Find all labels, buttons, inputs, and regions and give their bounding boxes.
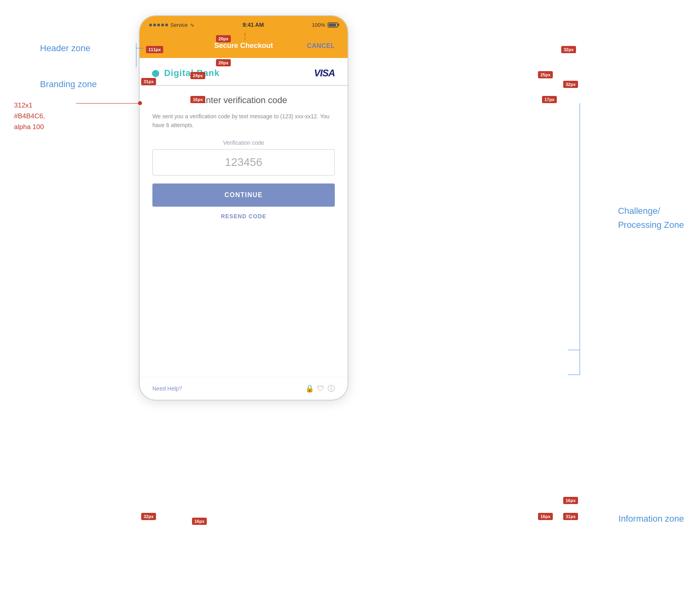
signal-dot-3 (157, 24, 160, 26)
right-bracket-bottom (568, 375, 580, 375)
header-zone: Secure Checkout CANCEL (140, 34, 348, 58)
annotation-challenge-zone: Challenge/ Processing Zone (618, 204, 684, 232)
dim-visa-bottom: 17px (542, 96, 557, 103)
signal-dot-2 (153, 24, 156, 26)
challenge-title: Enter verification code (200, 95, 287, 106)
red-measurement-line (76, 103, 140, 104)
bank-logo-icon (152, 70, 159, 77)
branding-zone: Digital Bank VISA (140, 58, 348, 86)
dim-visa-top: 25px (538, 71, 553, 78)
service-label: Service (170, 22, 188, 28)
divider-color: #B4B4C6, (14, 111, 45, 122)
challenge-zone: Enter verification code We sent you a ve… (140, 86, 348, 377)
dim-header-top: 20px (216, 35, 231, 42)
continue-button[interactable]: CONTINUE (152, 183, 335, 207)
signal-dot-5 (165, 24, 168, 26)
annotation-branding-zone: Branding zone (40, 79, 97, 90)
dim-brand-left: 31px (141, 78, 156, 85)
dim-info-right: 31px (563, 513, 578, 520)
shield-icon: 🛡 (317, 385, 324, 393)
signal-dot-1 (149, 24, 152, 26)
dim-info-top-right: 16px (563, 497, 578, 504)
signal-dots (149, 24, 168, 26)
input-label: Verification code (152, 140, 335, 146)
right-bracket-line (580, 103, 580, 375)
need-help-link[interactable]: Need Help? (152, 385, 182, 392)
red-dot (138, 101, 142, 105)
dim-info-bottom-center: 16px (192, 518, 207, 525)
header-title: Secure Checkout (197, 42, 290, 50)
header-arrow-line (136, 48, 144, 48)
info-zone: Need Help? 🔒 🛡 ⓘ (140, 377, 348, 400)
v-arrow-top-2 (245, 37, 245, 40)
challenge-label-1: Challenge/ (618, 204, 684, 218)
page-container: Service ∿ 9:41 AM 100% Secure Checkout C… (0, 0, 700, 602)
signal-dot-4 (161, 24, 164, 26)
annotation-info-zone: Information zone (618, 514, 684, 524)
bank-logo: Digital Bank (152, 68, 220, 78)
status-right: 100% (312, 22, 338, 28)
battery-fill (329, 24, 336, 26)
dim-visa-right: 32px (563, 81, 578, 88)
challenge-label-2: Processing Zone (618, 218, 684, 232)
info-icons: 🔒 🛡 ⓘ (305, 384, 335, 393)
divider-alpha: alpha 100 (14, 122, 45, 132)
v-arrow-top-1 (245, 33, 245, 36)
dim-header-right: 32px (561, 46, 576, 53)
divider-size: 312x1 (14, 100, 45, 111)
dim-info-icon-gap: 16px (538, 513, 553, 520)
phone-frame: Service ∿ 9:41 AM 100% Secure Checkout C… (140, 16, 348, 400)
dim-info-left: 32px (141, 513, 156, 520)
lock-icon: 🔒 (305, 384, 314, 393)
visa-logo: VISA (314, 68, 335, 79)
cancel-button[interactable]: CANCEL (290, 42, 335, 50)
dim-header-left: 111px (146, 46, 163, 53)
divider-annotation: 312x1 #B4B4C6, alpha 100 (14, 100, 45, 133)
time-display: 9:41 AM (242, 22, 264, 28)
wifi-icon: ∿ (190, 22, 194, 28)
challenge-description: We sent you a verification code by text … (152, 112, 335, 130)
verification-input[interactable] (152, 149, 335, 175)
resend-code-link[interactable]: RESEND CODE (221, 213, 266, 219)
status-bar: Service ∿ 9:41 AM 100% (140, 16, 348, 34)
battery-icon (328, 22, 338, 28)
annotation-header-zone: Header zone (40, 43, 90, 54)
battery-percent: 100% (312, 22, 325, 28)
dim-brand-top: 24px (190, 72, 205, 79)
right-bracket-challenge-split (568, 350, 580, 350)
status-bar-left: Service ∿ (149, 22, 194, 28)
dim-header-bottom: 20px (216, 59, 231, 66)
dim-brand-bottom: 16px (190, 96, 205, 103)
info-icon: ⓘ (328, 384, 335, 393)
header-bracket-v (136, 43, 136, 67)
